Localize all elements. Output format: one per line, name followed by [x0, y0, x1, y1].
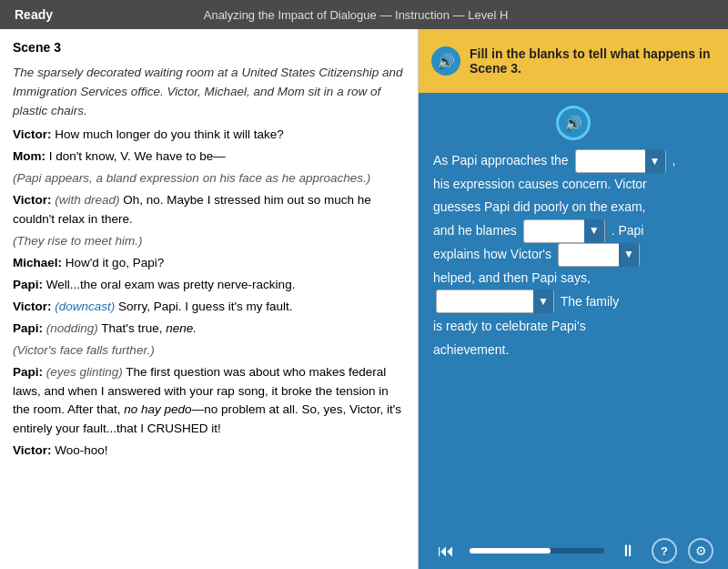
dialogue-line: Papi: Well...the oral exam was pretty ne…: [13, 276, 405, 295]
exercise-text-8: helped, and then Papi says,: [433, 270, 591, 285]
instruction-text: Fill in the blanks to tell what happens …: [470, 46, 715, 76]
chevron-down-icon: ▼: [645, 149, 665, 173]
scene-description: The sparsely decorated waiting room at a…: [13, 64, 405, 121]
stage-prefix: (with dread): [55, 193, 119, 207]
main-container: Scene 3 The sparsely decorated waiting r…: [0, 29, 728, 569]
exercise-text-11: achievement.: [433, 342, 509, 357]
chevron-down-icon: ▼: [533, 290, 553, 313]
dialogue-line: Papi: (nodding) That's true, nene.: [13, 320, 405, 339]
audio-icon-exercise: 🔊: [564, 115, 582, 132]
speaker-label: Papi:: [13, 365, 43, 379]
dialogue-text-italic: nene.: [166, 321, 197, 335]
stage-direction: (Victor's face falls further.): [13, 343, 155, 357]
settings-button[interactable]: ⚙: [688, 538, 713, 564]
chevron-down-icon: ▼: [619, 243, 639, 267]
dialogue-text: How'd it go, Papi?: [66, 256, 164, 269]
stage-direction: (They rise to meet him.): [13, 234, 143, 248]
help-button[interactable]: ?: [652, 538, 677, 564]
skip-back-button[interactable]: ⏮: [433, 538, 459, 564]
audio-button-exercise[interactable]: 🔊: [556, 106, 591, 140]
stage-direction-line: (They rise to meet him.): [13, 232, 405, 251]
speaker-label: Mom:: [13, 149, 46, 163]
dialogue-text: Well...the oral exam was pretty nerve-ra…: [46, 278, 296, 291]
bottom-bar: ⏮ ⏸ ? ⚙: [419, 533, 728, 569]
progress-track: [470, 548, 604, 554]
exercise-text-9: The family: [561, 294, 620, 309]
lesson-title: Analyzing the Impact of Dialogue — Instr…: [204, 8, 509, 22]
exercise-text-5: and he blames: [433, 223, 517, 238]
dialogue-text: I don't know, V. We have to be—: [49, 149, 226, 163]
dialogue-text: How much longer do you think it will tak…: [55, 127, 283, 141]
audio-icon: 🔊: [437, 53, 455, 70]
exercise-text-10: is ready to celebrate Papi's: [433, 319, 586, 333]
stage-prefix-downcast: (downcast): [55, 300, 115, 313]
exercise-text-6: . Papi: [612, 223, 644, 238]
speaker-label: Papi:: [13, 278, 43, 291]
dialogue-line: Papi: (eyes glinting) The first question…: [13, 363, 405, 440]
dialogue-line: Mom: I don't know, V. We have to be—: [13, 147, 405, 167]
dropdown-1[interactable]: ▼: [575, 149, 666, 173]
dialogue-text: That's true,: [101, 321, 166, 335]
exercise-text-4: guesses Papi did poorly on the exam,: [433, 199, 645, 214]
dialogue-line: Victor: (with dread) Oh, no. Maybe I str…: [13, 191, 405, 229]
dropdown-2[interactable]: ▼: [523, 219, 605, 243]
dropdown-3[interactable]: ▼: [558, 243, 640, 267]
stage-direction-line: (Papi appears, a bland expression on his…: [13, 169, 405, 188]
right-panel: 🔊 Fill in the blanks to tell what happen…: [419, 29, 728, 569]
exercise-content: As Papi approaches the ▼ , his expressio…: [433, 149, 713, 361]
chevron-down-icon: ▼: [584, 219, 604, 243]
speaker-label: Victor:: [13, 443, 52, 457]
dialogue-text: Sorry, Papi. I guess it's my fault.: [118, 300, 292, 313]
dialogue-line: Michael: How'd it go, Papi?: [13, 254, 405, 273]
scene-title: Scene 3: [13, 38, 405, 58]
dropdown-4[interactable]: ▼: [436, 290, 554, 313]
stage-prefix: (nodding): [46, 321, 98, 335]
exercise-area: 🔊 As Papi approaches the ▼ , his express…: [419, 93, 728, 533]
instruction-banner: 🔊 Fill in the blanks to tell what happen…: [419, 29, 728, 93]
speaker-label: Papi:: [13, 321, 43, 335]
dialogue-text: Woo-hoo!: [55, 443, 107, 457]
dialogue-line: Victor: Woo-hoo!: [13, 442, 405, 461]
exercise-text-2: ,: [672, 153, 675, 168]
stage-prefix: (eyes glinting): [46, 365, 123, 379]
speaker-label: Victor:: [13, 127, 52, 141]
dialogue-line: Victor: How much longer do you think it …: [13, 126, 405, 145]
app-ready-label: Ready: [15, 7, 53, 22]
exercise-text-1: As Papi approaches the: [433, 153, 569, 168]
speaker-label: Victor:: [13, 300, 52, 313]
stage-direction: (Papi appears, a bland expression on his…: [13, 171, 370, 185]
dialogue-line: Victor: (downcast) Sorry, Papi. I guess …: [13, 298, 405, 317]
progress-fill: [470, 548, 551, 554]
speaker-label: Michael:: [13, 256, 62, 269]
dialogue-text-italic: no hay pedo: [124, 402, 191, 416]
exercise-text-7: explains how Victor's: [433, 247, 551, 261]
speaker-label: Victor:: [13, 193, 52, 207]
stage-direction-line: (Victor's face falls further.): [13, 341, 405, 361]
play-pause-button[interactable]: ⏸: [615, 538, 641, 564]
exercise-text-3: his expression causes concern. Victor: [433, 177, 647, 191]
left-panel: Scene 3 The sparsely decorated waiting r…: [0, 29, 419, 569]
app-header: Ready Analyzing the Impact of Dialogue —…: [0, 0, 728, 29]
audio-button-instruction[interactable]: 🔊: [431, 46, 460, 76]
